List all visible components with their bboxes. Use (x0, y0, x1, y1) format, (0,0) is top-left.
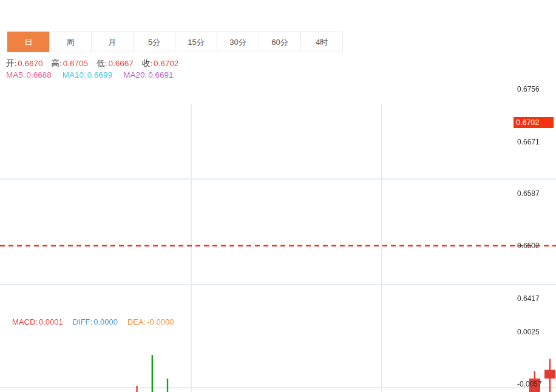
macd-value-legend-label: MACD: (12, 317, 38, 326)
y-tick--0.0057: -0.0057 (517, 380, 542, 388)
ma5-legend: MA5:0.6688 (6, 70, 52, 79)
ohlc-open-value: 0.6670 (18, 59, 42, 68)
ohlc-high-value: 0.6705 (63, 59, 88, 68)
ohlc-open: 开:0.6670 (6, 58, 43, 69)
diff-value-legend-value: 0.0000 (93, 317, 118, 326)
diff-value-legend-label: DIFF: (73, 317, 93, 326)
ohlc-close-label: 收: (142, 59, 152, 68)
ma20-legend: MA20:0.6691 (123, 70, 173, 79)
tab-5min[interactable]: 5分 (133, 32, 175, 52)
macd-legend: MACD:0.0001DIFF:0.0000DEA:-0.0000 (12, 317, 174, 326)
ohlc-high-label: 高: (52, 59, 62, 68)
ohlc-low-label: 低: (97, 59, 107, 68)
y-tick-0.6671: 0.6671 (517, 138, 540, 146)
tab-week[interactable]: 周 (49, 32, 92, 52)
ma5-legend-label: MA5: (6, 70, 25, 79)
ma10-legend-value: 0.6699 (87, 70, 112, 79)
tab-4hour[interactable]: 4时 (300, 32, 343, 52)
dea-value-legend-label: DEA: (127, 317, 146, 326)
ma10-legend: MA10:0.6699 (63, 70, 112, 79)
ohlc-low: 低:0.6667 (97, 58, 134, 69)
diff-value-legend: DIFF:0.0000 (73, 317, 118, 326)
tab-60min[interactable]: 60分 (259, 32, 301, 52)
ohlc-legend: 开:0.6670高:0.6705低:0.6667收:0.6702 (6, 58, 178, 69)
tab-day[interactable]: 日 (7, 32, 50, 52)
ohlc-high: 高:0.6705 (52, 58, 89, 69)
current-price-tag: 0.6702 (514, 117, 554, 128)
ma20-legend-label: MA20: (123, 70, 147, 79)
kline-widget: K线图 基本面分析> 日周月5分15分30分60分4时 开:0.6670高:0.… (0, 0, 556, 392)
y-tick-0.6587: 0.6587 (517, 189, 540, 198)
tab-month[interactable]: 月 (91, 32, 134, 52)
y-tick-0.6417: 0.6417 (517, 294, 540, 303)
tab-15min[interactable]: 15分 (175, 32, 217, 52)
ohlc-close: 收:0.6702 (142, 58, 179, 69)
macd-value-legend-value: 0.0001 (39, 317, 63, 326)
macd-value-legend: MACD:0.0001 (12, 317, 63, 326)
ma10-legend-label: MA10: (63, 70, 86, 79)
ma-legend: MA5:0.6688MA10:0.6699MA20:0.6691 (6, 70, 173, 79)
timeframe-tabs: 日周月5分15分30分60分4时 (7, 32, 343, 52)
tab-30min[interactable]: 30分 (217, 32, 259, 52)
ohlc-close-value: 0.6702 (154, 59, 178, 68)
y-tick-0.6502: 0.6502 (517, 242, 540, 250)
ohlc-open-label: 开: (6, 59, 16, 68)
ma20-legend-value: 0.6691 (148, 70, 173, 79)
dea-value-legend-value: -0.0000 (147, 317, 174, 326)
y-tick-0.0025: 0.0025 (517, 328, 540, 336)
y-tick-0.6756: 0.6756 (517, 85, 540, 93)
ohlc-low-value: 0.6667 (108, 59, 133, 68)
dea-value-legend: DEA:-0.0000 (127, 317, 174, 326)
ma5-legend-value: 0.6688 (27, 70, 52, 79)
